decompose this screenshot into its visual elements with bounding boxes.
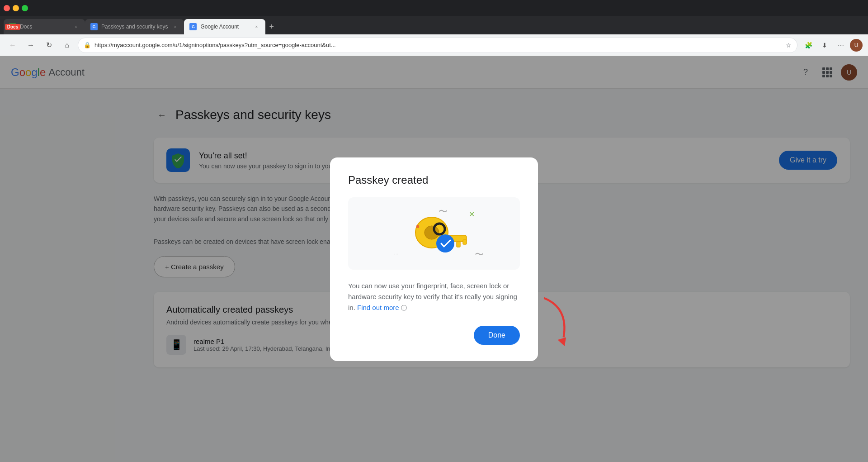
decorative-squiggle2: 〜 <box>475 248 484 261</box>
back-nav-btn[interactable]: ← <box>5 38 20 52</box>
svg-rect-4 <box>463 240 467 244</box>
info-icon: ⓘ <box>401 305 407 311</box>
refresh-btn[interactable]: ↻ <box>42 38 56 52</box>
tab-passkeys[interactable]: G Passkeys and security keys × <box>85 19 184 34</box>
extensions-icon[interactable]: 🧩 <box>801 38 816 52</box>
decorative-x: ✕ <box>469 210 475 219</box>
maximize-window-btn[interactable] <box>22 5 28 11</box>
tab-google-account-close[interactable]: × <box>253 23 260 30</box>
new-tab-btn[interactable]: + <box>265 19 278 34</box>
svg-marker-7 <box>558 337 566 346</box>
docs-label: Docs <box>5 24 20 30</box>
tab-google-account-label: Google Account <box>200 24 249 30</box>
find-out-more-link[interactable]: Find out more <box>357 304 399 311</box>
tab-google-account[interactable]: G Google Account × <box>184 19 265 34</box>
modal-description: You can now use your fingerprint, face, … <box>348 281 520 313</box>
tab-docs-label: Docs <box>20 24 69 30</box>
minimize-window-btn[interactable] <box>13 5 19 11</box>
forward-nav-btn[interactable]: → <box>24 38 38 52</box>
browser-chrome <box>0 0 868 16</box>
modal-overlay: Passkey created 〜 ✕ ▪ · · 〜 <box>0 56 868 462</box>
address-bar[interactable]: 🔒 https://myaccount.google.com/u/1/signi… <box>78 38 797 53</box>
page-content: Google Account ? U ← Passkeys and securi… <box>0 56 868 462</box>
decorative-squiggle: 〜 <box>439 205 448 218</box>
decorative-square: ▪ <box>416 220 420 233</box>
key-svg <box>398 211 470 256</box>
address-text: https://myaccount.google.com/u/1/signino… <box>94 42 782 48</box>
tab-bar: Docs Docs × G Passkeys and security keys… <box>0 16 868 34</box>
tab-passkeys-close[interactable]: × <box>171 23 179 30</box>
done-button[interactable]: Done <box>474 326 520 345</box>
downloads-icon[interactable]: ⬇ <box>817 38 832 52</box>
close-window-btn[interactable] <box>4 5 10 11</box>
more-icon[interactable]: ⋯ <box>834 38 848 52</box>
passkeys-favicon: G <box>90 23 98 30</box>
tab-docs[interactable]: Docs Docs × <box>4 19 85 34</box>
bookmark-star-icon[interactable]: ☆ <box>786 42 792 49</box>
svg-point-5 <box>436 234 454 252</box>
home-btn[interactable]: ⌂ <box>60 38 74 52</box>
google-account-favicon: G <box>189 23 197 30</box>
docs-favicon: Docs <box>9 23 16 30</box>
modal-dialog: Passkey created 〜 ✕ ▪ · · 〜 <box>330 157 538 361</box>
red-arrow-annotation <box>529 293 579 352</box>
tab-docs-close[interactable]: × <box>72 23 80 30</box>
key-illustration: 〜 ✕ ▪ · · 〜 <box>348 197 520 270</box>
window-controls <box>4 5 28 11</box>
tab-passkeys-label: Passkeys and security keys <box>101 24 168 30</box>
browser-profile-icon[interactable]: U <box>850 39 863 52</box>
svg-rect-3 <box>457 242 460 247</box>
lock-icon: 🔒 <box>84 42 91 48</box>
toolbar-icons: 🧩 ⬇ ⋯ U <box>801 38 863 52</box>
modal-footer: Done <box>348 326 520 345</box>
decorative-dots: · · <box>393 251 398 257</box>
modal-title: Passkey created <box>348 174 520 186</box>
address-bar-row: ← → ↻ ⌂ 🔒 https://myaccount.google.com/u… <box>0 34 868 56</box>
